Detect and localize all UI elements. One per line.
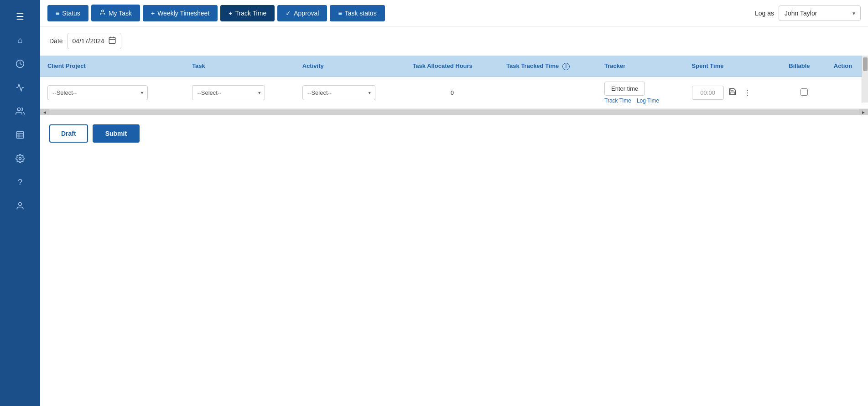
cell-client-project: --Select--	[40, 77, 185, 109]
task-select-wrapper: --Select--	[192, 85, 265, 100]
spent-time-input[interactable]	[692, 86, 724, 100]
approval-nav-label: Approval	[294, 10, 319, 17]
svg-point-7	[19, 203, 22, 206]
menu-icon[interactable]: ☰	[10, 6, 30, 26]
scroll-right-arrow[interactable]: ►	[859, 109, 868, 116]
users-icon[interactable]	[10, 101, 30, 121]
cell-tracker: Enter time Track Time Log Time	[597, 77, 685, 109]
my-task-button[interactable]: My Task	[91, 5, 140, 21]
sidebar: ☰ ⌂ ?	[0, 0, 40, 406]
tracked-time-info-icon: i	[562, 63, 570, 70]
draft-button[interactable]: Draft	[49, 124, 88, 143]
status-nav-icon: ≡	[56, 10, 59, 17]
allocated-hours-value: 0	[451, 89, 454, 96]
home-icon[interactable]: ⌂	[10, 30, 30, 50]
svg-point-6	[19, 158, 21, 160]
approval-check-icon: ✓	[286, 10, 291, 17]
task-select[interactable]: --Select--	[192, 85, 265, 100]
svg-rect-9	[109, 37, 115, 44]
col-header-tracked-time: Task Tracked Time i	[499, 56, 597, 77]
status-button[interactable]: ≡ Status	[47, 5, 88, 21]
col-header-billable: Billable	[781, 56, 826, 77]
horizontal-scrollbar[interactable]: ◄ ►	[40, 109, 868, 115]
tracker-links: Track Time Log Time	[604, 98, 659, 104]
col-header-activity: Activity	[295, 56, 405, 77]
more-options-button[interactable]: ⋮	[741, 87, 754, 98]
track-time-link[interactable]: Track Time	[604, 98, 631, 104]
weekly-plus-icon: +	[151, 10, 155, 17]
track-time-nav-label: Track Time	[235, 10, 266, 17]
client-project-select[interactable]: --Select--	[47, 85, 148, 100]
enter-time-button[interactable]: Enter time	[604, 82, 645, 96]
col-header-client-project: Client Project	[40, 56, 185, 77]
client-project-select-wrapper: --Select--	[47, 85, 148, 100]
task-status-button[interactable]: ≡ Task status	[330, 5, 385, 21]
cell-billable	[781, 77, 826, 109]
table-icon[interactable]	[10, 125, 30, 145]
clock-icon[interactable]	[10, 54, 30, 74]
table-header-row: Client Project Task Activity Task Alloca…	[40, 56, 868, 77]
top-nav: ≡ Status My Task + Weekly Timesheet + Tr…	[40, 0, 868, 26]
help-icon[interactable]: ?	[10, 172, 30, 192]
log-as-label: Log as	[755, 10, 774, 17]
approval-button[interactable]: ✓ Approval	[277, 5, 327, 21]
page-body: Date 04/17/2024	[40, 26, 868, 406]
weekly-nav-label: Weekly Timesheet	[157, 10, 209, 17]
tracker-cell: Enter time Track Time Log Time	[604, 82, 677, 104]
cell-tracked-time	[499, 77, 597, 109]
cell-activity: --Select--	[295, 77, 405, 109]
activity-select[interactable]: --Select--	[302, 85, 375, 100]
col-header-task: Task	[185, 56, 295, 77]
cell-task: --Select--	[185, 77, 295, 109]
col-header-spent-time: Spent Time	[685, 56, 782, 77]
track-time-plus-icon: +	[229, 10, 232, 17]
calendar-icon	[108, 36, 116, 46]
svg-point-1	[17, 108, 21, 111]
log-as-wrapper: John Taylor Admin Manager	[779, 5, 861, 21]
settings-icon[interactable]	[10, 149, 30, 169]
person-settings-icon[interactable]	[10, 196, 30, 216]
svg-rect-2	[17, 132, 24, 139]
vertical-scrollbar[interactable]	[862, 56, 868, 103]
timesheet-table: Client Project Task Activity Task Alloca…	[40, 56, 868, 109]
table-outer: Client Project Task Activity Task Alloca…	[40, 56, 868, 109]
weekly-timesheet-button[interactable]: + Weekly Timesheet	[143, 5, 218, 21]
date-input-wrapper[interactable]: 04/17/2024	[68, 33, 121, 49]
my-task-icon	[99, 9, 106, 17]
date-label: Date	[49, 37, 63, 45]
my-task-nav-label: My Task	[109, 10, 132, 17]
scroll-left-arrow[interactable]: ◄	[40, 109, 49, 116]
billable-checkbox[interactable]	[800, 88, 808, 96]
date-row: Date 04/17/2024	[40, 26, 868, 56]
task-status-nav-label: Task status	[345, 10, 377, 17]
svg-point-8	[102, 10, 104, 12]
action-buttons: Draft Submit	[40, 115, 868, 152]
scrollbar-thumb	[863, 57, 868, 71]
scrollbar-track	[49, 110, 859, 115]
submit-button[interactable]: Submit	[93, 124, 140, 143]
chart-icon[interactable]	[10, 77, 30, 98]
status-nav-label: Status	[62, 10, 80, 17]
cell-spent-time: ⋮	[685, 77, 782, 109]
cell-allocated-hours: 0	[405, 77, 499, 109]
task-status-icon: ≡	[338, 10, 342, 17]
log-as-select[interactable]: John Taylor Admin Manager	[779, 5, 861, 21]
track-time-button[interactable]: + Track Time	[220, 5, 275, 21]
col-header-tracker: Tracker	[597, 56, 685, 77]
date-value: 04/17/2024	[73, 37, 104, 45]
main-content: ≡ Status My Task + Weekly Timesheet + Tr…	[40, 0, 868, 406]
activity-select-wrapper: --Select--	[302, 85, 375, 100]
save-button[interactable]	[727, 86, 738, 100]
col-header-allocated-hours: Task Allocated Hours	[405, 56, 499, 77]
log-as-section: Log as John Taylor Admin Manager	[755, 5, 861, 21]
log-time-link[interactable]: Log Time	[637, 98, 659, 104]
table-row: --Select-- --Select--	[40, 77, 868, 109]
